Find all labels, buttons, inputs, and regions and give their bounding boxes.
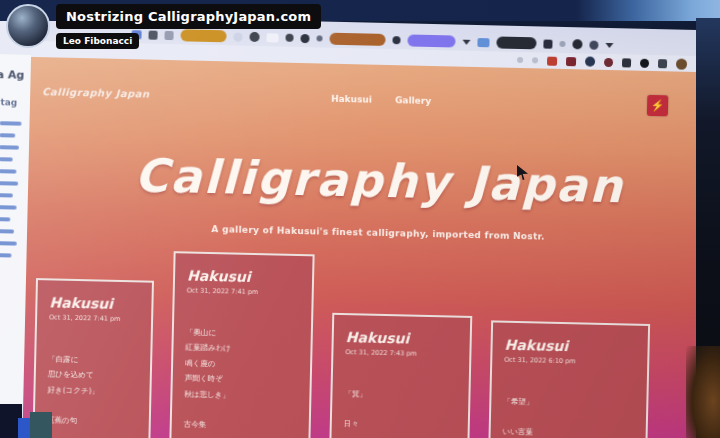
bookmark-icon-row	[517, 54, 687, 69]
card-author: Hakusui	[346, 329, 458, 348]
favicon-black[interactable]	[640, 58, 649, 67]
extension-pill-purple[interactable]	[407, 34, 455, 47]
poem-line: 思ひを込めて	[48, 367, 138, 384]
card-poem: 「箕」	[344, 386, 456, 404]
link-dash	[0, 193, 13, 197]
dot-icon[interactable]	[559, 41, 565, 47]
video-overlay-text: Nostrizing CalligraphyJapan.com Leo Fibo…	[56, 4, 321, 49]
stop-icon[interactable]	[543, 39, 552, 48]
link-dash	[0, 241, 17, 245]
card-author: Hakusui	[187, 267, 300, 286]
search-pill-dark[interactable]	[496, 36, 536, 49]
card-poem: 「奥山に紅葉踏みわけ鳴く鹿の声聞く時ぞ秋は悲しき」	[184, 324, 299, 403]
link-dash	[0, 145, 19, 149]
card-attribution: 芭蕉の句	[47, 415, 137, 427]
calligraphy-card[interactable]: HakusuiOct 31, 2022 7:41 pm「奥山に紅葉踏みわけ鳴く鹿…	[166, 251, 315, 438]
video-title: Nostrizing CalligraphyJapan.com	[56, 4, 321, 29]
dot-icon[interactable]	[392, 36, 400, 44]
reload-icon[interactable]	[589, 40, 598, 49]
link-dash	[0, 121, 22, 125]
card-poem: 「白露に思ひを込めて好き(コクチ)」	[47, 351, 138, 399]
bezel-reflection	[686, 346, 720, 438]
favicon-dot[interactable]	[517, 57, 523, 63]
browser-window: Calligraphy Japan Hakusui Gallery ⚡ Call…	[21, 15, 720, 438]
screen: a Ag Stag Calligraphy Japan Hakusui Gall…	[0, 14, 720, 438]
record-icon[interactable]	[572, 39, 582, 49]
nav-gallery[interactable]: Gallery	[395, 95, 431, 106]
link-dash	[0, 157, 13, 161]
poem-line: 「箕」	[344, 386, 456, 404]
card-date: Oct 31, 2022 7:43 pm	[345, 348, 457, 359]
favicon-darkred[interactable]	[604, 57, 613, 66]
video-overlay: Nostrizing CalligraphyJapan.com Leo Fibo…	[6, 4, 321, 49]
favicon-slate[interactable]	[658, 59, 667, 68]
link-dash	[0, 205, 17, 209]
caret-icon[interactable]	[462, 39, 470, 44]
card-date: Oct 31, 2022 6:10 pm	[504, 356, 635, 367]
link-dash	[0, 181, 18, 185]
photo-of-monitor: a Ag Stag Calligraphy Japan Hakusui Gall…	[0, 0, 720, 438]
site-nav: Hakusui Gallery	[30, 86, 720, 112]
card-attribution: 古今集	[184, 419, 297, 432]
card-author: Hakusui	[504, 337, 635, 356]
link-dash	[0, 229, 14, 233]
app-icon-blue[interactable]	[477, 38, 489, 47]
link-dash	[0, 169, 16, 173]
nav-hakusui[interactable]: Hakusui	[331, 93, 372, 104]
channel-name: Leo Fibonacci	[56, 33, 139, 49]
link-dash	[0, 253, 12, 257]
favicon-navy[interactable]	[585, 56, 595, 66]
poem-line: 好き(コクチ)」	[47, 382, 137, 399]
webpage: Calligraphy Japan Hakusui Gallery ⚡ Call…	[21, 57, 720, 438]
favicon-red[interactable]	[547, 56, 557, 65]
card-date: Oct 31, 2022 7:41 pm	[49, 313, 139, 323]
poem-line: 声聞く時ぞ	[185, 371, 298, 389]
card-attribution: いい言葉	[503, 427, 634, 438]
avatar[interactable]	[6, 4, 50, 48]
calligraphy-card[interactable]: HakusuiOct 31, 2022 7:43 pm「箕」日々	[325, 313, 473, 438]
card-attribution: 日々	[344, 419, 456, 432]
bookmark-pill-brown[interactable]	[329, 33, 385, 46]
favicon-brown[interactable]	[676, 58, 687, 69]
caret-icon[interactable]	[605, 42, 613, 47]
favicon-dot[interactable]	[532, 57, 538, 63]
cards-row: HakusuiOct 31, 2022 7:41 pm「白露に思ひを込めて好き(…	[21, 230, 720, 438]
card-author: Hakusui	[49, 294, 139, 312]
calligraphy-card[interactable]: HakusuiOct 31, 2022 6:10 pm「希望」いい言葉	[483, 320, 650, 438]
card-date: Oct 31, 2022 7:41 pm	[187, 286, 300, 297]
link-dash	[0, 133, 15, 137]
page-title: Calligraphy Japan	[28, 146, 720, 216]
bottom-left-desktop-fragment	[30, 412, 52, 438]
poem-line: 秋は悲しき」	[184, 386, 297, 404]
favicon-dark[interactable]	[622, 58, 631, 67]
poem-line: 「希望」	[503, 394, 634, 412]
link-dash	[0, 217, 10, 221]
card-poem: 「希望」	[503, 394, 634, 412]
favicon-maroon[interactable]	[566, 57, 576, 66]
